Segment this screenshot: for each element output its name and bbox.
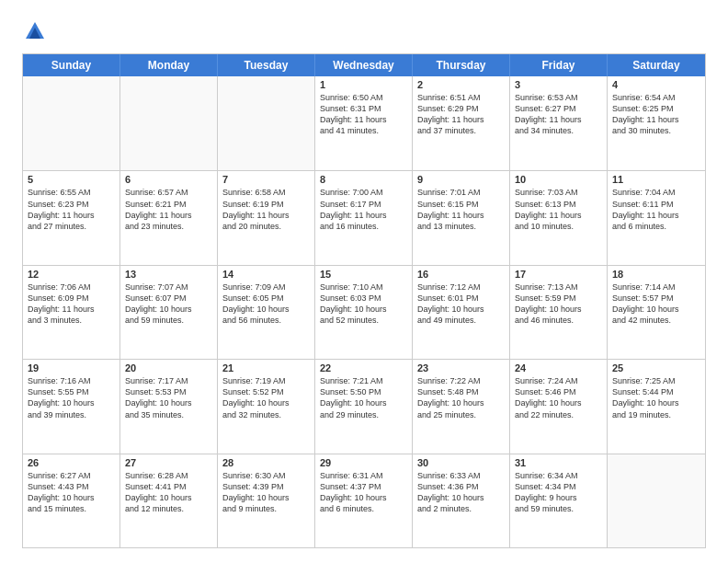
day-number: 8	[320, 174, 407, 185]
day-info: Sunrise: 7:25 AM Sunset: 5:44 PM Dayligh…	[612, 375, 700, 420]
day-info: Sunrise: 6:50 AM Sunset: 6:31 PM Dayligh…	[320, 92, 407, 137]
day-info: Sunrise: 7:09 AM Sunset: 6:05 PM Dayligh…	[222, 282, 310, 327]
calendar-day: 10Sunrise: 7:03 AM Sunset: 6:13 PM Dayli…	[510, 171, 608, 264]
weekday-header: Sunday	[23, 54, 120, 76]
day-info: Sunrise: 6:31 AM Sunset: 4:37 PM Dayligh…	[320, 470, 407, 515]
day-number: 18	[612, 269, 700, 280]
day-number: 14	[222, 269, 310, 280]
day-number: 4	[612, 79, 700, 90]
day-info: Sunrise: 6:58 AM Sunset: 6:19 PM Dayligh…	[222, 187, 310, 232]
day-info: Sunrise: 6:51 AM Sunset: 6:29 PM Dayligh…	[417, 92, 505, 137]
calendar-week: 5Sunrise: 6:55 AM Sunset: 6:23 PM Daylig…	[23, 170, 705, 264]
calendar-day: 3Sunrise: 6:53 AM Sunset: 6:27 PM Daylig…	[510, 76, 608, 170]
calendar-day: 15Sunrise: 7:10 AM Sunset: 6:03 PM Dayli…	[315, 266, 413, 359]
calendar-day: 23Sunrise: 7:22 AM Sunset: 5:48 PM Dayli…	[413, 360, 510, 453]
day-info: Sunrise: 7:24 AM Sunset: 5:46 PM Dayligh…	[515, 375, 602, 420]
day-info: Sunrise: 7:19 AM Sunset: 5:52 PM Dayligh…	[222, 375, 310, 420]
day-number: 30	[417, 457, 505, 468]
weekday-header: Saturday	[608, 54, 705, 76]
day-info: Sunrise: 7:16 AM Sunset: 5:55 PM Dayligh…	[28, 375, 115, 420]
day-number: 7	[222, 174, 310, 185]
day-number: 27	[125, 457, 212, 468]
calendar: SundayMondayTuesdayWednesdayThursdayFrid…	[22, 53, 706, 548]
day-info: Sunrise: 7:12 AM Sunset: 6:01 PM Dayligh…	[417, 282, 505, 327]
day-info: Sunrise: 7:13 AM Sunset: 5:59 PM Dayligh…	[515, 282, 602, 327]
calendar-day: 26Sunrise: 6:27 AM Sunset: 4:43 PM Dayli…	[23, 454, 120, 547]
day-number: 1	[320, 79, 407, 90]
calendar-day: 27Sunrise: 6:28 AM Sunset: 4:41 PM Dayli…	[120, 454, 218, 547]
calendar-day: 24Sunrise: 7:24 AM Sunset: 5:46 PM Dayli…	[510, 360, 608, 453]
day-info: Sunrise: 7:04 AM Sunset: 6:11 PM Dayligh…	[612, 187, 700, 232]
day-info: Sunrise: 6:27 AM Sunset: 4:43 PM Dayligh…	[28, 470, 115, 515]
calendar-header: SundayMondayTuesdayWednesdayThursdayFrid…	[23, 54, 705, 76]
day-number: 6	[125, 174, 212, 185]
weekday-header: Friday	[510, 54, 608, 76]
empty-cell	[218, 76, 315, 170]
calendar-day: 2Sunrise: 6:51 AM Sunset: 6:29 PM Daylig…	[413, 76, 510, 170]
day-info: Sunrise: 7:06 AM Sunset: 6:09 PM Dayligh…	[28, 282, 115, 327]
day-number: 5	[28, 174, 115, 185]
calendar-day: 17Sunrise: 7:13 AM Sunset: 5:59 PM Dayli…	[510, 266, 608, 359]
calendar-day: 28Sunrise: 6:30 AM Sunset: 4:39 PM Dayli…	[218, 454, 315, 547]
day-number: 22	[320, 362, 407, 373]
day-info: Sunrise: 7:17 AM Sunset: 5:53 PM Dayligh…	[125, 375, 212, 420]
header	[22, 18, 706, 44]
day-info: Sunrise: 6:54 AM Sunset: 6:25 PM Dayligh…	[612, 92, 700, 137]
day-number: 2	[417, 79, 505, 90]
logo-icon	[22, 18, 48, 44]
day-number: 3	[515, 79, 602, 90]
day-info: Sunrise: 6:30 AM Sunset: 4:39 PM Dayligh…	[222, 470, 310, 515]
calendar-day: 16Sunrise: 7:12 AM Sunset: 6:01 PM Dayli…	[413, 266, 510, 359]
calendar-day: 21Sunrise: 7:19 AM Sunset: 5:52 PM Dayli…	[218, 360, 315, 453]
day-number: 16	[417, 269, 505, 280]
empty-cell	[608, 454, 705, 547]
day-number: 25	[612, 362, 700, 373]
day-info: Sunrise: 6:57 AM Sunset: 6:21 PM Dayligh…	[125, 187, 212, 232]
day-info: Sunrise: 6:28 AM Sunset: 4:41 PM Dayligh…	[125, 470, 212, 515]
weekday-header: Monday	[120, 54, 218, 76]
calendar-day: 22Sunrise: 7:21 AM Sunset: 5:50 PM Dayli…	[315, 360, 413, 453]
calendar-body: 1Sunrise: 6:50 AM Sunset: 6:31 PM Daylig…	[23, 76, 705, 547]
calendar-day: 5Sunrise: 6:55 AM Sunset: 6:23 PM Daylig…	[23, 171, 120, 264]
day-number: 9	[417, 174, 505, 185]
day-number: 12	[28, 269, 115, 280]
calendar-day: 13Sunrise: 7:07 AM Sunset: 6:07 PM Dayli…	[120, 266, 218, 359]
calendar-day: 20Sunrise: 7:17 AM Sunset: 5:53 PM Dayli…	[120, 360, 218, 453]
day-number: 23	[417, 362, 505, 373]
calendar-day: 7Sunrise: 6:58 AM Sunset: 6:19 PM Daylig…	[218, 171, 315, 264]
day-number: 26	[28, 457, 115, 468]
day-number: 10	[515, 174, 602, 185]
day-number: 31	[515, 457, 602, 468]
day-number: 19	[28, 362, 115, 373]
day-info: Sunrise: 7:10 AM Sunset: 6:03 PM Dayligh…	[320, 282, 407, 327]
calendar-week: 1Sunrise: 6:50 AM Sunset: 6:31 PM Daylig…	[23, 76, 705, 170]
empty-cell	[23, 76, 120, 170]
empty-cell	[120, 76, 218, 170]
day-info: Sunrise: 6:33 AM Sunset: 4:36 PM Dayligh…	[417, 470, 505, 515]
day-info: Sunrise: 6:34 AM Sunset: 4:34 PM Dayligh…	[515, 470, 602, 515]
day-info: Sunrise: 7:03 AM Sunset: 6:13 PM Dayligh…	[515, 187, 602, 232]
day-number: 17	[515, 269, 602, 280]
calendar-day: 6Sunrise: 6:57 AM Sunset: 6:21 PM Daylig…	[120, 171, 218, 264]
day-info: Sunrise: 6:55 AM Sunset: 6:23 PM Dayligh…	[28, 187, 115, 232]
logo	[22, 18, 51, 44]
day-info: Sunrise: 7:01 AM Sunset: 6:15 PM Dayligh…	[417, 187, 505, 232]
calendar-day: 9Sunrise: 7:01 AM Sunset: 6:15 PM Daylig…	[413, 171, 510, 264]
day-info: Sunrise: 6:53 AM Sunset: 6:27 PM Dayligh…	[515, 92, 602, 137]
day-number: 13	[125, 269, 212, 280]
calendar-day: 19Sunrise: 7:16 AM Sunset: 5:55 PM Dayli…	[23, 360, 120, 453]
calendar-week: 12Sunrise: 7:06 AM Sunset: 6:09 PM Dayli…	[23, 265, 705, 359]
day-info: Sunrise: 7:21 AM Sunset: 5:50 PM Dayligh…	[320, 375, 407, 420]
calendar-day: 4Sunrise: 6:54 AM Sunset: 6:25 PM Daylig…	[608, 76, 705, 170]
calendar-day: 18Sunrise: 7:14 AM Sunset: 5:57 PM Dayli…	[608, 266, 705, 359]
calendar-day: 8Sunrise: 7:00 AM Sunset: 6:17 PM Daylig…	[315, 171, 413, 264]
calendar-day: 14Sunrise: 7:09 AM Sunset: 6:05 PM Dayli…	[218, 266, 315, 359]
calendar-day: 11Sunrise: 7:04 AM Sunset: 6:11 PM Dayli…	[608, 171, 705, 264]
calendar-week: 19Sunrise: 7:16 AM Sunset: 5:55 PM Dayli…	[23, 359, 705, 453]
day-number: 24	[515, 362, 602, 373]
weekday-header: Thursday	[413, 54, 510, 76]
page: SundayMondayTuesdayWednesdayThursdayFrid…	[0, 0, 728, 563]
day-number: 28	[222, 457, 310, 468]
day-number: 15	[320, 269, 407, 280]
calendar-day: 25Sunrise: 7:25 AM Sunset: 5:44 PM Dayli…	[608, 360, 705, 453]
